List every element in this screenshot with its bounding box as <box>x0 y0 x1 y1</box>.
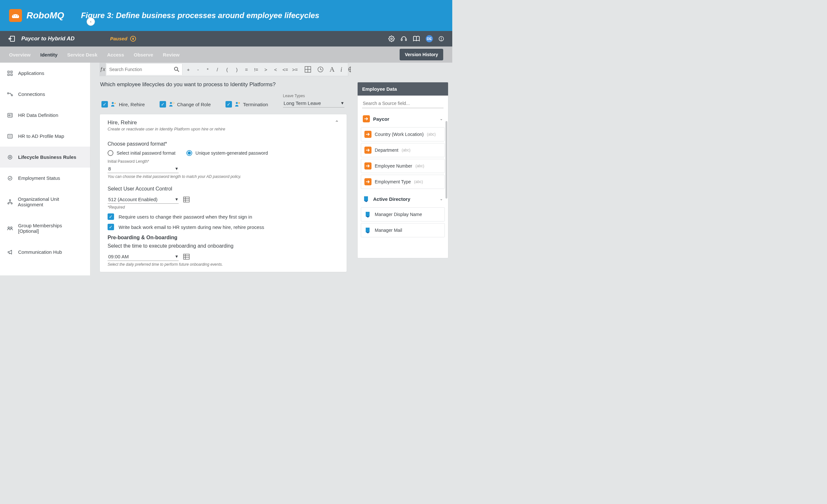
apps-icon <box>7 71 13 76</box>
writeback-checkbox[interactable]: ✓ <box>108 224 114 230</box>
svg-point-24 <box>8 203 9 204</box>
globe-tool-icon[interactable] <box>348 66 351 72</box>
field-department[interactable]: Department (abc) <box>361 143 445 157</box>
exit-icon[interactable] <box>8 36 15 42</box>
chevron-down-icon: ⌄ <box>440 116 443 121</box>
panel-collapse-toggle[interactable]: ⌃ <box>335 119 339 125</box>
hire-icon <box>110 101 116 107</box>
tab-service-desk[interactable]: Service Desk <box>67 52 97 57</box>
svg-rect-13 <box>8 74 9 75</box>
svg-point-21 <box>9 157 11 158</box>
employee-data-title: Employee Data <box>357 82 448 96</box>
sidebar-item-connections[interactable]: Connections <box>0 84 90 105</box>
sidebar-item-group-memberships[interactable]: Group Memberships [Optional] <box>0 215 90 242</box>
field-manager-display-name[interactable]: Manager Display Name <box>361 207 445 221</box>
pause-icon <box>130 36 136 42</box>
lifecycle-selection: ✓ Hire, Rehire ✓ Change of Role ✓ Termin… <box>99 94 348 114</box>
paycor-icon <box>364 131 372 138</box>
settings-icon[interactable] <box>388 36 395 42</box>
sidebar-item-profile-map[interactable]: HR to AD Profile Map <box>0 125 90 147</box>
op-lt[interactable]: < <box>271 67 280 72</box>
require-pw-change-checkbox[interactable]: ✓ <box>108 213 114 220</box>
op-minus[interactable]: - <box>193 67 203 72</box>
paycor-icon <box>364 162 372 169</box>
field-country[interactable]: Country (Work Location) (abc) <box>361 127 445 141</box>
op-neq[interactable]: != <box>251 67 261 72</box>
table-lookup-icon[interactable] <box>183 254 190 260</box>
scrollbar[interactable] <box>445 121 447 199</box>
ad-icon <box>364 211 372 218</box>
pw-system-generated-radio[interactable]: Unique system-generated password <box>186 150 268 156</box>
project-bar: Paycor to Hybrid AD Paused DE <box>0 31 452 47</box>
tab-review[interactable]: Review <box>163 52 180 57</box>
svg-point-39 <box>172 102 174 104</box>
function-search-input[interactable] <box>109 67 174 72</box>
change-checkbox[interactable]: ✓ <box>159 101 166 107</box>
svg-line-29 <box>177 70 179 72</box>
info-tool-icon[interactable]: i <box>340 66 342 73</box>
table-lookup-icon[interactable] <box>183 197 190 202</box>
chevron-down-icon: ▾ <box>176 196 178 202</box>
pw-length-select[interactable]: 8▾ <box>108 164 179 173</box>
sidebar-label: Employment Status <box>18 175 60 181</box>
op-mult[interactable]: * <box>203 67 212 72</box>
sidebar-item-employment-status[interactable]: Employment Status <box>0 167 90 189</box>
docs-icon[interactable] <box>413 36 420 42</box>
svg-point-3 <box>17 15 18 16</box>
op-lparen[interactable]: ( <box>222 67 232 72</box>
search-icon[interactable] <box>174 66 180 72</box>
op-eq[interactable]: = <box>242 67 251 72</box>
question-heading: Which employee lifecycles do you want to… <box>99 80 348 94</box>
support-icon[interactable] <box>401 36 407 42</box>
field-employment-type[interactable]: Employment Type (abc) <box>361 175 445 189</box>
paycor-group-toggle[interactable]: Paycor ⌄ <box>361 112 445 125</box>
clock-tool-icon[interactable] <box>317 66 324 72</box>
op-gte[interactable]: >= <box>290 67 300 72</box>
connections-icon <box>7 92 13 97</box>
source-field-search-input[interactable] <box>362 99 444 108</box>
operator-buttons: + - * / ( ) = != > < <= >= <box>184 63 300 76</box>
ad-group-toggle[interactable]: Active Directory ⌄ <box>361 192 445 206</box>
svg-rect-0 <box>12 17 19 18</box>
avatar[interactable]: DE <box>426 35 433 42</box>
sidebar-item-hr-data[interactable]: HR Data Definition <box>0 105 90 125</box>
svg-point-28 <box>175 67 178 70</box>
project-name: Paycor to Hybrid AD <box>21 36 75 42</box>
sidebar-item-ou-assignment[interactable]: Organizational Unit Assignment <box>0 189 90 215</box>
field-manager-mail[interactable]: Manager Mail <box>361 223 445 237</box>
text-tool-icon[interactable]: A <box>330 65 335 73</box>
tab-access[interactable]: Access <box>107 52 124 57</box>
leave-types-select[interactable]: Long Term Leave ▾ <box>283 99 344 107</box>
op-div[interactable]: / <box>212 67 222 72</box>
svg-point-25 <box>11 203 12 204</box>
sidebar-item-applications[interactable]: Applications <box>0 63 90 84</box>
preboarding-heading: Pre-boarding & On-boarding <box>108 235 339 241</box>
chevron-down-icon: ▾ <box>176 253 178 259</box>
field-employee-number[interactable]: Employee Number (abc) <box>361 159 445 173</box>
alert-icon[interactable] <box>439 36 444 41</box>
sidebar-item-lifecycle-rules[interactable]: Lifecycle Business Rules <box>0 147 90 167</box>
op-rparen[interactable]: ) <box>232 67 242 72</box>
brand-header: RoboMQ Figure 3: Define business process… <box>0 0 452 31</box>
tab-overview[interactable]: Overview <box>9 52 31 57</box>
op-lte[interactable]: <= <box>280 67 290 72</box>
status-icon <box>7 175 13 181</box>
svg-point-2 <box>15 15 16 16</box>
preboard-time-select[interactable]: 09:00 AM▾ <box>108 252 179 261</box>
sidebar-collapse-toggle[interactable]: ‹ <box>87 17 95 26</box>
tab-identity[interactable]: Identity <box>40 52 57 57</box>
uac-heading: Select User Account Control <box>108 186 339 192</box>
pw-select-format-radio[interactable]: Select initial password format <box>108 150 176 156</box>
hire-checkbox[interactable]: ✓ <box>101 101 108 107</box>
uac-select[interactable]: 512 (Account Enabled)▾ <box>108 195 179 204</box>
version-history-button[interactable]: Version History <box>400 49 443 60</box>
sidebar-item-communication-hub[interactable]: Communication Hub <box>0 242 90 262</box>
table-tool-icon[interactable] <box>304 66 311 73</box>
svg-point-20 <box>8 155 12 159</box>
svg-rect-19 <box>8 134 12 138</box>
tab-observe[interactable]: Observe <box>134 52 153 57</box>
op-plus[interactable]: + <box>184 67 193 72</box>
op-gt[interactable]: > <box>261 67 271 72</box>
term-checkbox[interactable]: ✓ <box>226 101 232 107</box>
writeback-label: Write back work email to HR system durin… <box>118 224 264 230</box>
